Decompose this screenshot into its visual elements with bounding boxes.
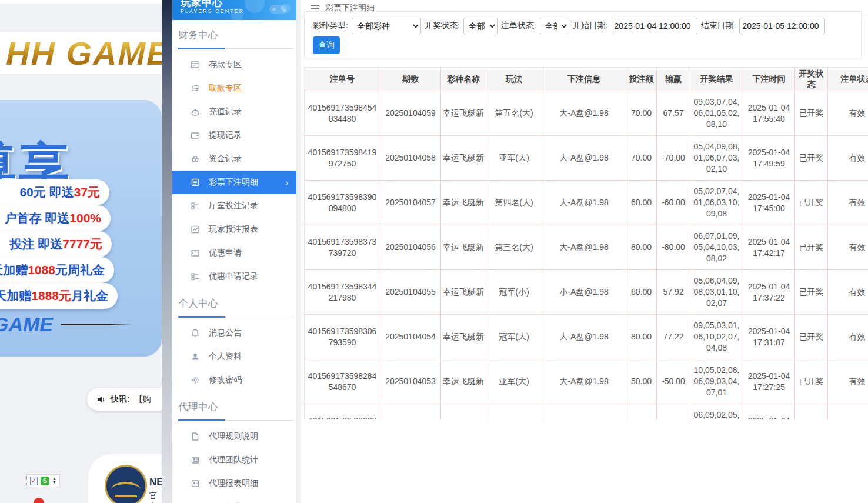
toolbar-arrows-icon[interactable]: ▲▼ [52, 477, 56, 484]
promo-pill-text: 1888元 [31, 288, 71, 304]
cell-玩法: 冠军(大) [486, 404, 542, 420]
section-underline [172, 316, 296, 318]
cell-注单状态: 有效 [828, 91, 868, 136]
cell-下注时间: 2025-01-04 17:49:59 [743, 136, 795, 181]
cell-输赢: 67.57 [657, 91, 690, 136]
sidebar-item-label: 代理规则说明 [209, 431, 258, 442]
sogou-icon[interactable]: S [41, 477, 49, 485]
cell-彩种名称: 幸运飞艇新 [441, 270, 486, 315]
col-header-注单状态: 注单状态 [828, 68, 868, 91]
cell-开奖结果: 06,07,01,09,05,04,10,03,08,02 [690, 225, 743, 270]
sidebar-item-代理报表明细[interactable]: 代理报表明细 [172, 472, 296, 495]
notepad-icon[interactable] [30, 477, 38, 485]
red-badge [34, 498, 44, 503]
withdraw-icon [190, 83, 201, 94]
sidebar-item-代理规则说明[interactable]: 代理规则说明 [172, 425, 296, 448]
sidebar-item-消息公告[interactable]: 消息公告 [172, 321, 296, 345]
sidebar-item-充值记录[interactable]: $充值记录 [172, 100, 296, 124]
sidebar-item-label: 个人资料 [209, 351, 242, 362]
wallet-icon [190, 130, 201, 141]
table-row[interactable]: 40156917359845403448020250104059幸运飞艇新第五名… [305, 91, 868, 136]
cell-期数: 20250104052 [380, 404, 441, 420]
sidebar-item-label: 资金记录 [209, 154, 242, 164]
draw-status-select-label: 开奖状态: [425, 21, 460, 31]
list-icon [190, 271, 201, 282]
sidebar-item-优惠申请记录[interactable]: 优惠申请记录 [172, 265, 296, 288]
cell-玩法: 冠军(大) [486, 315, 542, 359]
sidebar-item-优惠申请[interactable]: 优惠申请 [172, 241, 296, 265]
start-date-input[interactable] [612, 18, 697, 34]
bottom-card-subtitle: 官方 [149, 491, 162, 503]
table-row[interactable]: 40156917359839009480020250104057幸运飞艇新第四名… [305, 181, 868, 225]
promo-pill[interactable]: 天加赠1088元周礼金 [0, 257, 114, 283]
draw-status-select[interactable]: 全部 [463, 18, 498, 34]
sidebar-item-label: 代理报表明细 [209, 478, 258, 489]
cell-下注时间: 2025-01-04 17:55:40 [743, 91, 795, 136]
cell-输赢: 96.53 [657, 404, 690, 420]
promo-pill-text: 元周礼金 [55, 262, 105, 278]
sidebar-item-存款专区[interactable]: 存款专区 [172, 53, 296, 76]
sidebar-item-个人资料[interactable]: 个人资料 [172, 345, 296, 368]
table-row[interactable]: 40156917359828454867020250104053幸运飞艇新亚军(… [305, 359, 868, 404]
query-button[interactable]: 查询 [313, 36, 340, 54]
promo-pill-text: 天加赠 [0, 288, 31, 304]
cell-下注信息: 大-A盘@1.98 [542, 136, 626, 181]
panel-shadow [162, 0, 172, 503]
cell-投注额: 50.00 [626, 359, 657, 404]
promo-pill[interactable]: 天加赠1888元月礼金 [0, 283, 118, 309]
promo-banner[interactable]: 尊享 60元 即送37元户首存 即送100%投注 即送7777元天加赠1088元… [0, 100, 162, 357]
cell-开奖状态: 已开奖 [795, 91, 828, 136]
col-header-开奖状态: 开奖状态 [795, 68, 828, 91]
top-strip [0, 0, 162, 4]
cell-彩种名称: 幸运飞艇新 [441, 91, 486, 136]
promo-pill-text: 投注 即送 [9, 236, 62, 252]
cell-开奖结果: 05,06,04,09,08,03,01,10,02,07 [690, 270, 743, 315]
sidebar-item-代理推广管理[interactable]: 代理推广管理 [172, 495, 296, 503]
table-row[interactable]: 40156917359823850614020250104052幸运飞艇新冠军(… [305, 404, 868, 420]
promo-pill-text: 天加赠 [0, 262, 28, 278]
purse-icon [190, 154, 201, 164]
sidebar-item-资金记录[interactable]: 资金记录 [172, 147, 296, 171]
sidebar-section-heading: 代理中心 [172, 392, 296, 417]
promo-pill-text: 7777元 [62, 236, 102, 252]
table-row[interactable]: 40156917359830679359020250104054幸运飞艇新冠军(… [305, 315, 868, 359]
list-icon [190, 201, 201, 211]
promo-pill[interactable]: 60元 即送37元 [0, 179, 109, 205]
end-date-input[interactable] [739, 18, 825, 34]
cell-期数: 20250104054 [380, 315, 441, 359]
sidebar-item-彩票下注明细[interactable]: 彩票下注明细› [172, 171, 296, 194]
sidebar-item-厅室投注记录[interactable]: 厅室投注记录 [172, 194, 296, 218]
cell-开奖状态: 已开奖 [795, 136, 828, 181]
table-row[interactable]: 40156917359837373972020250104056幸运飞艇新第三名… [305, 225, 868, 270]
col-header-注单号: 注单号 [305, 68, 380, 91]
sidebar-item-修改密码[interactable]: 修改密码 [172, 368, 296, 392]
table-row[interactable]: 40156917359841997275020250104058幸运飞艇新亚军(… [305, 136, 868, 181]
ime-toolbar[interactable]: S ▲▼ [26, 474, 60, 487]
table-row[interactable]: 40156917359834421798020250104055幸运飞艇新冠军(… [305, 270, 868, 315]
sidebar-item-提现记录[interactable]: 提现记录 [172, 124, 296, 147]
cell-彩种名称: 幸运飞艇新 [441, 359, 486, 404]
sidebar-item-代理团队统计[interactable]: 代理团队统计 [172, 448, 296, 472]
promo-pill-text: 月礼金 [71, 288, 108, 304]
bottom-card[interactable]: NE 官方 [88, 454, 162, 503]
sidebar-item-label: 取款专区 [209, 83, 242, 94]
promo-pill[interactable]: 户首存 即送100% [0, 205, 111, 231]
cell-注单号: 401569173598390094800 [305, 181, 380, 225]
news-ticker[interactable]: 快讯: 【购 [87, 388, 162, 411]
bet-status-select[interactable]: 全部 [540, 18, 569, 34]
cell-彩种名称: 幸运飞艇新 [441, 315, 486, 359]
sidebar-item-玩家投注报表[interactable]: 玩家投注报表 [172, 218, 296, 241]
cell-开奖结果: 09,05,03,01,06,10,02,07,04,08 [690, 315, 743, 359]
sidebar-item-取款专区[interactable]: 取款专区 [172, 76, 296, 100]
lottery-type-select[interactable]: 全部彩种 [352, 18, 421, 34]
promo-pill[interactable]: 投注 即送7777元 [0, 231, 112, 257]
report-icon [190, 224, 201, 235]
cell-注单状态: 有效 [828, 315, 868, 359]
hamburger-icon[interactable] [311, 5, 319, 12]
cell-注单号: 401569173598454034480 [305, 91, 380, 136]
col-header-下注时间: 下注时间 [743, 68, 795, 91]
cell-玩法: 亚军(大) [486, 136, 542, 181]
cell-下注信息: 大-A盘@1.98 [542, 315, 626, 359]
cell-下注信息: 大-A盘@1.98 [542, 181, 626, 225]
start-date-input-label: 开始日期: [573, 21, 608, 31]
